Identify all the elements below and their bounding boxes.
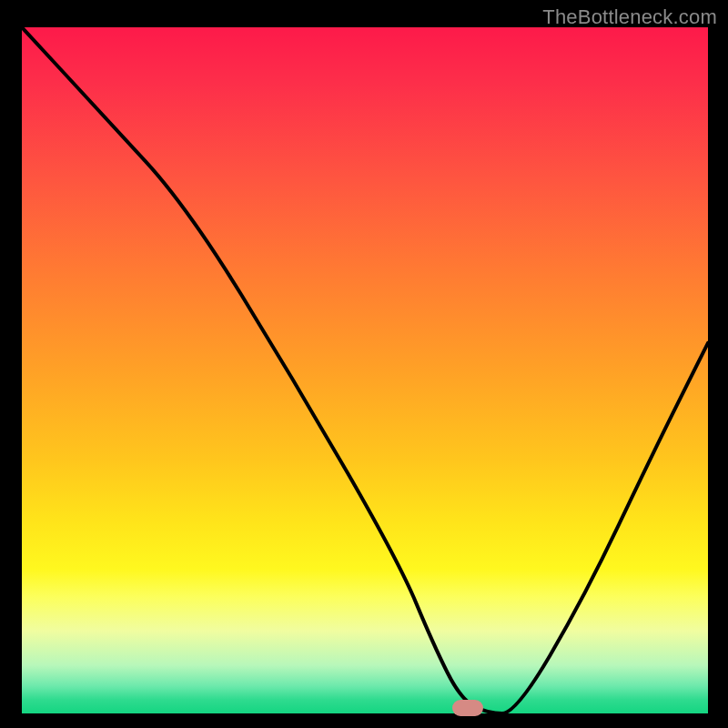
curve-path bbox=[22, 27, 708, 713]
chart-frame: TheBottleneck.com bbox=[0, 0, 728, 728]
watermark-text: TheBottleneck.com bbox=[542, 5, 717, 29]
bottleneck-curve bbox=[22, 27, 708, 713]
plot-area bbox=[22, 27, 708, 713]
optimal-point-marker bbox=[452, 700, 483, 716]
